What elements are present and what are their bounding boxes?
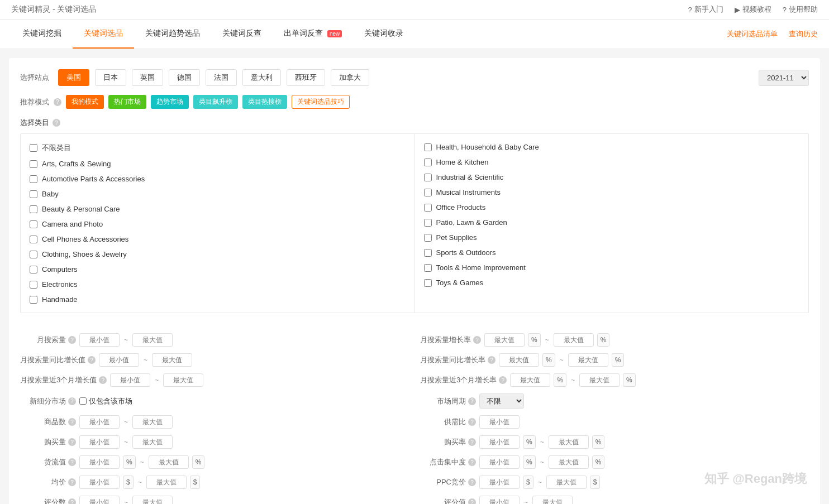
category-item-auto[interactable]: Automotive Parts & Accessories: [30, 171, 406, 186]
review-count-help[interactable]: ?: [68, 498, 76, 504]
tab-keyword-reverse[interactable]: 关键词反查: [211, 20, 273, 49]
category-item-cellphone[interactable]: Cell Phones & Accessories: [30, 232, 406, 247]
monthly-search-yoy-rate-help[interactable]: ?: [488, 356, 496, 364]
supply-demand-help[interactable]: ?: [468, 418, 476, 426]
purchase-rate-help[interactable]: ?: [468, 438, 476, 446]
site-btn-es[interactable]: 西班牙: [287, 69, 325, 86]
ppc-max[interactable]: [546, 476, 587, 489]
cat-electronics-checkbox[interactable]: [30, 281, 37, 289]
purchase-volume-min[interactable]: [79, 435, 120, 449]
category-item-home[interactable]: Home & Kitchen: [424, 155, 800, 170]
market-period-help[interactable]: ?: [468, 397, 476, 405]
purchase-volume-max[interactable]: [132, 435, 173, 449]
mode-tag-hot[interactable]: 热门市场: [108, 95, 146, 109]
monthly-search-min[interactable]: [79, 333, 120, 347]
category-item-beauty[interactable]: Beauty & Personal Care: [30, 201, 406, 217]
review-count-max[interactable]: [132, 496, 173, 504]
monthly-search-yoy-min[interactable]: [99, 353, 139, 367]
purchase-rate-max[interactable]: [549, 435, 589, 449]
monthly-search-yoy-help[interactable]: ?: [88, 356, 96, 364]
category-item-patio[interactable]: Patio, Lawn & Garden: [424, 215, 800, 230]
cat-beauty-checkbox[interactable]: [30, 205, 37, 213]
monthly-search-growth-max[interactable]: [554, 333, 594, 347]
monthly-search-yoy-rate-min[interactable]: [499, 353, 539, 367]
market-period-select[interactable]: 不限: [479, 393, 524, 409]
site-btn-uk[interactable]: 英国: [132, 69, 163, 86]
cat-pets-checkbox[interactable]: [424, 234, 432, 242]
monthly-search-3m-rate-help[interactable]: ?: [499, 376, 507, 384]
selection-list-link[interactable]: 关键词选品清单: [727, 29, 778, 39]
review-count-min[interactable]: [79, 496, 120, 504]
cat-health-checkbox[interactable]: [424, 143, 432, 151]
monthly-search-3m-rate-max[interactable]: [579, 373, 620, 387]
cat-toys-checkbox[interactable]: [424, 279, 432, 287]
new-market-help[interactable]: ?: [68, 397, 76, 405]
ppc-help[interactable]: ?: [468, 478, 476, 486]
product-count-help[interactable]: ?: [68, 418, 76, 426]
flow-value-max[interactable]: [149, 455, 189, 469]
site-btn-fr[interactable]: 法国: [206, 69, 237, 86]
monthly-search-3m-help[interactable]: ?: [99, 376, 107, 384]
category-item-handmade[interactable]: Handmade: [30, 292, 406, 307]
tab-keyword-collect[interactable]: 关键词收录: [353, 20, 414, 49]
site-btn-it[interactable]: 意大利: [242, 69, 281, 86]
cat-cellphone-checkbox[interactable]: [30, 236, 37, 243]
review-value-help[interactable]: ?: [468, 498, 476, 504]
monthly-search-yoy-max[interactable]: [152, 353, 192, 367]
ppc-min[interactable]: [479, 476, 520, 489]
category-item-arts[interactable]: Arts, Crafts & Sewing: [30, 156, 406, 171]
beginner-guide[interactable]: ? 新手入门: [688, 4, 723, 15]
mode-tag-trend[interactable]: 趋势市场: [151, 95, 189, 109]
mode-tag-tips[interactable]: 关键词选品技巧: [292, 95, 350, 109]
cat-musical-checkbox[interactable]: [424, 189, 432, 196]
cat-computers-checkbox[interactable]: [30, 266, 37, 273]
product-count-max[interactable]: [132, 415, 173, 429]
avg-price-max[interactable]: [146, 476, 187, 489]
cat-sports-checkbox[interactable]: [424, 249, 432, 257]
purchase-rate-min[interactable]: [479, 435, 520, 449]
product-count-min[interactable]: [79, 415, 120, 429]
monthly-search-yoy-rate-max[interactable]: [568, 353, 608, 367]
mode-tag-hot-search[interactable]: 类目热搜榜: [242, 95, 287, 109]
category-item-clothing[interactable]: Clothing, Shoes & Jewelry: [30, 247, 406, 262]
category-help-icon[interactable]: ?: [53, 119, 60, 127]
mode-tag-my[interactable]: 我的模式: [66, 95, 104, 109]
tab-keyword-mining[interactable]: 关键词挖掘: [11, 20, 73, 49]
cat-clothing-checkbox[interactable]: [30, 251, 37, 258]
category-item-camera[interactable]: Camera and Photo: [30, 217, 406, 232]
click-concentration-help[interactable]: ?: [468, 458, 476, 466]
flow-value-help[interactable]: ?: [68, 458, 76, 466]
cat-auto-checkbox[interactable]: [30, 175, 37, 183]
avg-price-help[interactable]: ?: [68, 478, 76, 486]
cat-home-checkbox[interactable]: [424, 159, 432, 166]
monthly-search-max[interactable]: [132, 333, 173, 347]
category-item-tools[interactable]: Tools & Home Improvement: [424, 260, 800, 275]
category-item-toys[interactable]: Toys & Games: [424, 275, 800, 290]
monthly-search-3m-min[interactable]: [110, 373, 150, 387]
click-concentration-max[interactable]: [549, 455, 589, 469]
avg-price-min[interactable]: [79, 476, 120, 489]
click-concentration-min[interactable]: [479, 455, 520, 469]
monthly-search-growth-min[interactable]: [484, 333, 525, 347]
monthly-search-growth-help[interactable]: ?: [473, 336, 481, 344]
category-item-baby[interactable]: Baby: [30, 186, 406, 201]
cat-patio-checkbox[interactable]: [424, 219, 432, 227]
supply-demand-min[interactable]: [479, 415, 520, 429]
help[interactable]: ? 使用帮助: [783, 4, 818, 15]
monthly-search-3m-rate-min[interactable]: [510, 373, 550, 387]
category-item-computers[interactable]: Computers: [30, 262, 406, 277]
tab-order-reverse[interactable]: 出单词反查 new: [273, 20, 353, 49]
category-item-sports[interactable]: Sports & Outdoors: [424, 245, 800, 260]
mode-help-icon[interactable]: ?: [54, 98, 61, 106]
tab-keyword-trend[interactable]: 关键词趋势选品: [134, 20, 211, 49]
category-item-health[interactable]: Health, Household & Baby Care: [424, 140, 800, 155]
site-btn-de[interactable]: 德国: [169, 69, 200, 86]
site-btn-ca[interactable]: 加拿大: [331, 69, 369, 86]
category-unlimited-checkbox[interactable]: [30, 144, 37, 152]
category-item-pets[interactable]: Pet Supplies: [424, 230, 800, 245]
cat-handmade-checkbox[interactable]: [30, 296, 37, 304]
cat-tools-checkbox[interactable]: [424, 264, 432, 272]
category-item-electronics[interactable]: Electronics: [30, 277, 406, 292]
query-history-link[interactable]: 查询历史: [789, 29, 818, 39]
site-btn-jp[interactable]: 日本: [95, 69, 126, 86]
